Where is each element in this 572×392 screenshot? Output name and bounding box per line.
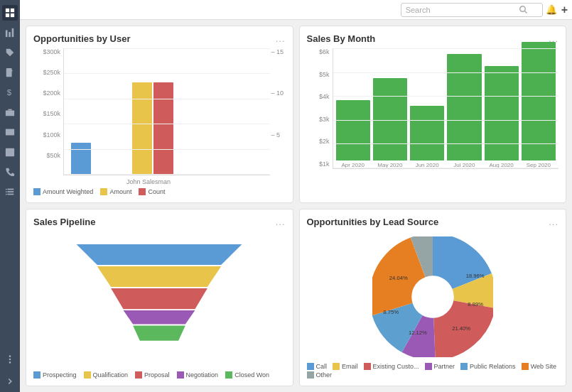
legend-item-email-lead: Email — [333, 363, 358, 370]
svg-rect-11 — [6, 148, 14, 156]
x-label-john: John Salesman — [120, 178, 177, 185]
green-x-label-may: May 2020 — [377, 162, 402, 168]
pie-svg: 18.96% 8.89% 21.40% 12.12% 8.75% 24.04% — [372, 236, 493, 357]
sidebar-item-home[interactable] — [2, 5, 18, 21]
funnel-prospecting — [77, 244, 242, 265]
pct-label-existing: 21.40% — [452, 325, 470, 331]
green-bar-col-may: May 2020 — [373, 78, 407, 168]
legend-dot-amount — [100, 188, 107, 195]
svg-rect-5 — [9, 32, 11, 37]
legend-item-closed-won: Closed Won — [225, 371, 269, 379]
green-y-axis: $6k $5k $4k $3k $2k $1k — [307, 48, 333, 195]
pct-label-website: 24.04% — [389, 275, 408, 281]
svg-point-22 — [9, 359, 11, 361]
legend-dot-weighted — [33, 188, 41, 195]
funnel-negotiation — [124, 310, 195, 324]
bar-group-1 — [71, 143, 114, 175]
legend-item-existing-cust: Existing Custo... — [364, 363, 419, 370]
bar-group-area: John Salesman — [63, 48, 270, 185]
bar-chart-inner: $300k $250k $200k $150k $100k $50k — [33, 48, 286, 185]
sidebar-item-briefcase[interactable] — [2, 104, 18, 120]
plus-icon[interactable]: + — [561, 4, 568, 16]
svg-rect-6 — [12, 28, 14, 37]
topbar: 🔔 + — [20, 0, 572, 20]
sidebar-item-email[interactable] — [2, 124, 18, 140]
svg-rect-4 — [6, 31, 8, 38]
green-bar-aug — [485, 66, 519, 160]
y-axis-left: $300k $250k $200k $150k $100k $50k — [33, 48, 63, 185]
green-x-label-jul: Jul 2020 — [453, 162, 475, 168]
svg-point-19 — [6, 191, 7, 192]
green-bar-apr — [336, 100, 370, 160]
card-menu-opp[interactable]: ... — [276, 33, 286, 44]
dashboard: Opportunities by User ... $300k $250k $2… — [20, 20, 572, 392]
legend-item-proposal: Proposal — [135, 371, 170, 379]
green-bar-col-aug: Aug 2020 — [485, 66, 519, 168]
sidebar-item-calendar[interactable] — [2, 144, 18, 160]
card-title-lead: Opportunities by Lead Source — [307, 217, 439, 227]
sidebar-item-list[interactable] — [2, 184, 18, 200]
green-bar-col-sep: Sep 2020 — [522, 42, 556, 168]
pie-area: 18.96% 8.89% 21.40% 12.12% 8.75% 24.04% — [307, 232, 559, 361]
green-x-label-jun: Jun 2020 — [416, 162, 439, 168]
x-labels: John Salesman — [63, 177, 270, 185]
sidebar: $ — [0, 0, 20, 392]
sidebar-item-chart[interactable] — [2, 25, 18, 40]
sidebar-item-chevron[interactable] — [2, 374, 18, 389]
main-content: 🔔 + Opportunities by User ... $300k $250… — [20, 0, 572, 392]
search-input[interactable] — [406, 6, 519, 14]
card-sales-pipeline: Sales Pipeline ... — [26, 209, 293, 386]
bar-amount-2 — [132, 82, 152, 175]
card-header-pipeline: Sales Pipeline ... — [33, 217, 286, 227]
svg-rect-0 — [6, 9, 9, 12]
pct-label-partner: 8.75% — [383, 308, 399, 315]
pct-label-email: 8.89% — [468, 300, 483, 307]
green-bars-area: Apr 2020 May 2020 Jun 2020 Jul 2020 — [333, 48, 559, 169]
green-bar-sep — [522, 42, 556, 160]
bar-amount-weighted-1 — [71, 143, 91, 175]
svg-text:$: $ — [7, 88, 12, 97]
legend-item-call: Call — [307, 363, 328, 370]
legend-pipeline: Prospecting Qualification Proposal Negot… — [33, 371, 286, 379]
green-bar-col-jun: Jun 2020 — [410, 106, 444, 168]
card-menu-lead[interactable]: ... — [549, 217, 558, 227]
svg-point-21 — [9, 355, 11, 357]
sidebar-item-phone[interactable] — [2, 164, 18, 180]
legend-item-amount: Amount — [100, 188, 131, 195]
svg-point-18 — [6, 189, 7, 190]
card-header: Opportunities by User ... — [33, 33, 286, 44]
green-x-label-sep: Sep 2020 — [527, 162, 551, 168]
legend-item-count: Count — [139, 188, 165, 195]
legend-item-prospecting: Prospecting — [33, 371, 77, 379]
green-bar-col-apr: Apr 2020 — [336, 100, 370, 168]
funnel-proposal — [111, 288, 207, 309]
pct-label-pr: 12.12% — [409, 329, 427, 335]
search-box[interactable] — [401, 3, 543, 17]
sidebar-item-file[interactable] — [2, 65, 18, 80]
bell-icon[interactable]: 🔔 — [546, 4, 557, 15]
green-bar-jul — [447, 54, 481, 160]
card-title-opp: Opportunities by User — [33, 33, 131, 44]
svg-rect-1 — [11, 9, 14, 12]
card-opp-lead: Opportunities by Lead Source ... — [299, 209, 567, 386]
legend-item-other: Other — [307, 371, 333, 379]
bar-count-2 — [153, 82, 173, 175]
card-menu-pipeline[interactable]: ... — [276, 217, 286, 227]
card-title-sales: Sales By Month — [307, 33, 376, 44]
green-bar-may — [373, 78, 407, 160]
legend-item-weighted: Amount Weighted — [33, 188, 93, 195]
green-bar-jun — [410, 106, 444, 160]
green-bar-col-jul: Jul 2020 — [447, 54, 481, 168]
legend-item-negotiation: Negotiation — [177, 371, 219, 379]
svg-rect-3 — [11, 13, 14, 17]
sidebar-item-more[interactable] — [2, 352, 18, 367]
search-icon — [519, 6, 528, 14]
legend-item-qualification: Qualification — [84, 371, 129, 379]
card-header-lead: Opportunities by Lead Source ... — [307, 217, 559, 227]
funnel-area — [33, 232, 286, 370]
card-sales-by-month: Sales By Month ... $6k $5k $4k $3k $2k $… — [299, 26, 567, 203]
sidebar-item-dollar[interactable]: $ — [2, 85, 18, 100]
legend-dot-count — [139, 188, 146, 195]
sidebar-item-tag[interactable] — [2, 45, 18, 60]
funnel-qualification — [97, 266, 222, 287]
